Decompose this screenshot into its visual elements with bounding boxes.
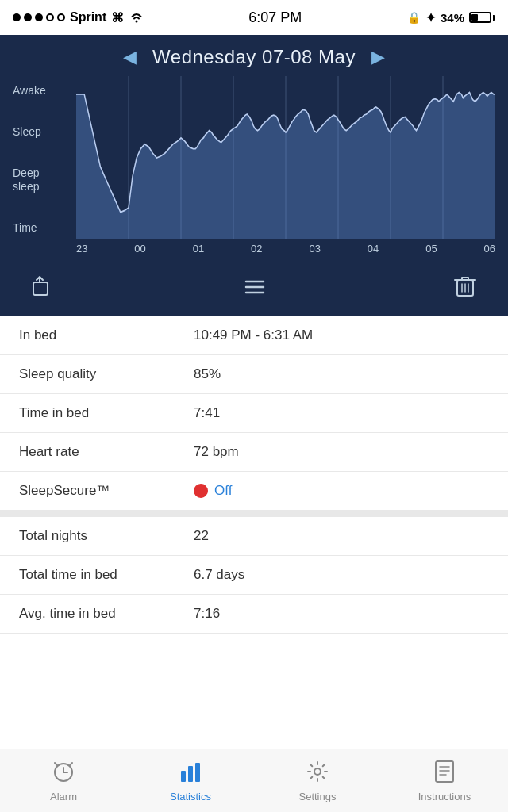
stat-row-sleep-quality: Sleep quality 85%	[0, 355, 508, 394]
in-bed-label: In bed	[19, 327, 194, 343]
alarm-tab-label: Alarm	[50, 791, 77, 802]
stat-row-avg-time: Avg. time in bed 7:16	[0, 595, 508, 634]
stat-row-total-time-in-bed: Total time in bed 6.7 days	[0, 556, 508, 595]
avg-time-label: Avg. time in bed	[19, 606, 194, 622]
statistics-tab-label: Statistics	[170, 791, 211, 802]
time-23: 23	[76, 243, 87, 259]
alarm-icon	[52, 760, 75, 787]
signal-dot-5	[57, 13, 65, 21]
signal-dot-2	[24, 13, 32, 21]
time-02: 02	[251, 243, 262, 259]
stat-row-heart-rate: Heart rate 72 bpm	[0, 433, 508, 472]
in-bed-value: 10:49 PM - 6:31 AM	[194, 327, 313, 343]
stat-row-total-nights: Total nights 22	[0, 517, 508, 556]
status-bar: Sprint ⌘ 6:07 PM 🔒 ✦ 34%	[0, 0, 508, 35]
time-in-bed-value: 7:41	[194, 405, 220, 421]
svg-line-22	[70, 763, 72, 765]
tab-bar: Alarm Statistics Settings	[0, 749, 508, 812]
stats-section: In bed 10:49 PM - 6:31 AM Sleep quality …	[0, 316, 508, 749]
time-05: 05	[425, 243, 437, 259]
delete-button[interactable]	[454, 274, 476, 304]
time-00: 00	[134, 243, 145, 259]
tab-alarm[interactable]: Alarm	[0, 749, 127, 812]
svg-point-0	[135, 21, 137, 23]
sleep-label: Sleep	[13, 125, 76, 139]
chart-section: ◀ Wednesday 07-08 May ▶ Awake Sleep Deep…	[0, 35, 508, 316]
chart-x-axis: 23 00 01 02 03 04 05 06	[76, 239, 495, 259]
deep-sleep-label: Deepsleep	[13, 167, 76, 193]
sleep-secure-label: SleepSecure™	[19, 483, 194, 499]
bluetooth-icon: ✦	[425, 10, 436, 25]
signal-dots	[13, 13, 65, 21]
battery-indicator	[469, 12, 495, 23]
next-day-button[interactable]: ▶	[371, 47, 385, 67]
sleep-secure-row: SleepSecure™ Off	[0, 472, 508, 511]
settings-icon	[306, 760, 329, 787]
time-03: 03	[309, 243, 320, 259]
chart-area: Awake Sleep Deepsleep Time	[0, 76, 508, 266]
prev-day-button[interactable]: ◀	[123, 47, 137, 67]
statistics-icon	[179, 760, 202, 787]
heart-rate-label: Heart rate	[19, 444, 194, 460]
sleep-quality-value: 85%	[194, 366, 221, 382]
avg-time-value: 7:16	[194, 606, 220, 622]
sleep-quality-label: Sleep quality	[19, 366, 194, 382]
instructions-icon	[434, 760, 455, 787]
heart-rate-value: 72 bpm	[194, 444, 239, 460]
tab-instructions[interactable]: Instructions	[381, 749, 508, 812]
time-06: 06	[484, 243, 495, 259]
sleep-secure-indicator	[194, 484, 208, 498]
stat-row-in-bed: In bed 10:49 PM - 6:31 AM	[0, 316, 508, 355]
battery-tip	[493, 15, 495, 21]
sleep-secure-value: Off	[214, 483, 232, 499]
time-label: Time	[13, 221, 76, 235]
awake-label: Awake	[13, 84, 76, 98]
sleep-secure-status: Off	[194, 483, 232, 499]
battery-fill	[471, 14, 478, 21]
tab-settings[interactable]: Settings	[254, 749, 381, 812]
status-time: 6:07 PM	[248, 10, 302, 26]
chart-plot: 23 00 01 02 03 04 05 06	[76, 76, 495, 259]
total-nights-value: 22	[194, 528, 209, 544]
section-spacer	[0, 511, 508, 517]
chart-actions	[0, 266, 508, 316]
time-01: 01	[193, 243, 204, 259]
time-in-bed-label: Time in bed	[19, 405, 194, 421]
svg-rect-25	[195, 763, 200, 782]
battery-body	[469, 12, 491, 23]
total-time-label: Total time in bed	[19, 567, 194, 583]
list-button[interactable]	[243, 277, 267, 302]
svg-line-21	[55, 763, 57, 765]
chart-navigation: ◀ Wednesday 07-08 May ▶	[0, 35, 508, 76]
total-time-value: 6.7 days	[194, 567, 244, 583]
status-left: Sprint ⌘	[13, 10, 144, 25]
time-04: 04	[368, 243, 379, 259]
stat-row-time-in-bed: Time in bed 7:41	[0, 394, 508, 433]
lock-icon: 🔒	[407, 11, 421, 24]
settings-tab-label: Settings	[299, 791, 337, 802]
share-button[interactable]	[32, 274, 56, 304]
total-nights-label: Total nights	[19, 528, 194, 544]
tab-statistics[interactable]: Statistics	[127, 749, 254, 812]
chart-date-label: Wednesday 07-08 May	[152, 46, 356, 68]
chart-svg	[76, 76, 495, 239]
svg-rect-23	[181, 771, 186, 782]
svg-point-26	[314, 768, 321, 775]
wifi-icon: ⌘	[111, 10, 143, 25]
signal-dot-1	[13, 13, 21, 21]
svg-rect-24	[188, 766, 193, 782]
battery-percent: 34%	[441, 11, 464, 25]
status-right: 🔒 ✦ 34%	[407, 10, 495, 25]
svg-rect-27	[436, 761, 453, 782]
carrier-label: Sprint	[70, 10, 106, 25]
instructions-tab-label: Instructions	[418, 791, 471, 802]
svg-rect-9	[33, 282, 48, 295]
phone-frame: Sprint ⌘ 6:07 PM 🔒 ✦ 34%	[0, 0, 508, 812]
signal-dot-4	[46, 13, 54, 21]
signal-dot-3	[35, 13, 43, 21]
chart-y-labels: Awake Sleep Deepsleep Time	[13, 76, 76, 259]
